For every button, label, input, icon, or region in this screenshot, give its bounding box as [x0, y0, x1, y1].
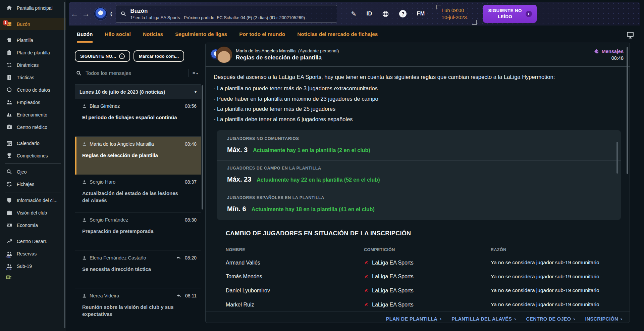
tab[interactable]: Buzón	[77, 31, 93, 39]
sidebar-item[interactable]: Plantilla	[0, 34, 66, 46]
laliga-logo	[364, 274, 369, 279]
sidebar-items: Pantalla principal 1 Buzón	[0, 2, 66, 272]
sidebar-divider	[5, 32, 61, 32]
sidebar-item[interactable]: Centro médico	[0, 121, 66, 133]
sidebar-item[interactable]: Dinámicas	[0, 59, 66, 71]
sidebar-item-label: Plan de plantilla	[17, 50, 50, 55]
message-list-item[interactable]: Nerea Videira 08:11 Reunión sobre la vis…	[75, 288, 201, 326]
column-header[interactable]: NOMBRE	[226, 246, 364, 253]
divider	[188, 69, 189, 77]
message-time: 08:20	[185, 255, 197, 261]
sidebar-item[interactable]: Ojeo	[0, 166, 66, 178]
message-sender: Elena Fernández Castaño	[90, 255, 173, 261]
date-group-header[interactable]: Lunes 10 de julio de 2023 (8 noticias) ▾	[75, 85, 201, 99]
message-list-item[interactable]: Blas Giménez 08:56 El periodo de fichaje…	[75, 99, 201, 137]
message-time: 08:48	[185, 141, 197, 147]
sender-name[interactable]: Maria de los Angeles Mansilla	[236, 48, 296, 53]
footer-link[interactable]: PLANTILLA DEL ALAVÉS›	[451, 316, 516, 322]
sidebar-item[interactable]: Tácticas	[0, 71, 66, 84]
manager-id-button[interactable]: ID	[366, 11, 372, 17]
message-search-input[interactable]: Todos los mensajes	[86, 70, 184, 76]
sidebar-item[interactable]: Calendario	[0, 137, 66, 149]
player-name[interactable]: Markel Ruiz	[226, 300, 364, 309]
message-list-item[interactable]: Maria de los Angeles Mansilla 08:48 Regl…	[75, 137, 201, 175]
sidebar-item-label: Reservas	[17, 251, 37, 256]
footer-link[interactable]: INSCRIPCIÓN›	[585, 316, 622, 322]
sender-avatar[interactable]	[216, 46, 232, 63]
tab[interactable]: Noticias	[143, 31, 163, 39]
chevron-right-icon: ›	[621, 316, 622, 322]
mark-all-read-button[interactable]: Marcar todo com...	[133, 50, 184, 62]
help-icon[interactable]: ?	[399, 10, 407, 17]
sidebar-scrollbar[interactable]	[64, 2, 65, 328]
sidebar-item[interactable]: S-19 Sub-19	[0, 260, 66, 272]
competition-name[interactable]: LaLiga EA Sports	[372, 258, 414, 267]
globe-icon[interactable]	[382, 10, 389, 17]
competition-link[interactable]: LaLiga Hypermotion	[504, 74, 553, 80]
card-scrollbar[interactable]	[616, 142, 618, 174]
global-search-box[interactable]: Buzón 1º en la LaLiga EA Sports - Próxim…	[116, 5, 337, 22]
table-row[interactable]: Daniel Lyubomirov LaLiga EA Sports Ya no…	[226, 284, 622, 298]
tab[interactable]: Noticias del mercado de fichajes	[297, 31, 378, 39]
screen-selector-chevrons[interactable]: ▴▾	[110, 11, 112, 17]
footer-link[interactable]: PLAN DE PLANTILLA›	[386, 316, 441, 322]
medical-icon	[6, 124, 12, 130]
sidebar-item[interactable]: Competiciones	[0, 149, 66, 162]
search-icon	[121, 11, 126, 16]
forward-arrow-icon[interactable]: →	[80, 9, 92, 18]
sidebar-item[interactable]: Pantalla principal	[0, 2, 66, 14]
sidebar-item[interactable]: Visión del club	[0, 206, 66, 219]
tab[interactable]: Por todo el mundo	[239, 31, 285, 39]
briefcase-icon	[6, 210, 12, 216]
sidebar-item[interactable]: Plan de plantilla	[0, 46, 66, 59]
fm-logo[interactable]: FM	[417, 11, 425, 17]
sidebar-item[interactable]: Información del cl...	[0, 194, 66, 206]
edit-pencil-icon[interactable]: ✎	[351, 10, 357, 18]
sidebar-item[interactable]: Economía	[0, 219, 66, 231]
rule-bullet: - Puede haber en la plantilla un máximo …	[214, 94, 622, 103]
competition-name[interactable]: LaLiga EA Sports	[372, 286, 414, 295]
competition-name[interactable]: LaLiga EA Sports	[372, 272, 414, 281]
tab[interactable]: Seguimiento de ligas	[175, 31, 227, 39]
player-name[interactable]: Tomás Mendes	[226, 272, 364, 281]
message-time: 08:11	[185, 293, 197, 298]
player-name[interactable]: Daniel Lyubomirov	[226, 286, 364, 295]
column-header[interactable]: COMPETICIÓN	[364, 246, 491, 253]
column-header[interactable]: RAZÓN	[491, 246, 622, 253]
next-unread-button[interactable]: SIGUIENTE NO... ›	[75, 50, 130, 62]
tag-icon	[594, 49, 599, 54]
continue-next-unread-button[interactable]: SIGUIENTE NO LEÍDO ›	[483, 5, 537, 23]
table-row[interactable]: Markel Ruiz LaLiga EA Sports Ya no se co…	[226, 298, 622, 312]
message-list-item[interactable]: Elena Fernández Castaño 08:20 Se necesit…	[75, 250, 201, 288]
plug-icon[interactable]	[6, 275, 66, 280]
table-row[interactable]: Armand Vallés LaLiga EA Sports Ya no se …	[226, 256, 622, 270]
registration-reason: Ya no se considera jugador sub-19 comuni…	[491, 286, 622, 295]
tab[interactable]: Hilo social	[105, 31, 131, 39]
club-crest[interactable]	[94, 7, 107, 20]
competition-link[interactable]: LaLiga EA Sports	[279, 74, 322, 80]
sidebar-item[interactable]: Fichajes	[0, 178, 66, 190]
sidebar-item[interactable]: Centro de datos	[0, 84, 66, 96]
message-list-item[interactable]: Sergio Fernández 08:30 Preparación de pr…	[75, 212, 201, 250]
sidebar-item[interactable]: Centro Desarr.	[0, 235, 66, 247]
message-category[interactable]: Mensajes	[594, 49, 624, 54]
sidebar-item-label: Centro de datos	[17, 87, 50, 93]
competition-name[interactable]: LaLiga EA Sports	[372, 300, 414, 309]
back-arrow-icon[interactable]: ←	[69, 9, 80, 18]
person-icon	[82, 294, 87, 298]
message-list-item[interactable]: Sergio Haro 08:37 Actualización del esta…	[75, 175, 201, 212]
filter-icon[interactable]: ≡▾	[193, 70, 200, 76]
list-scrollbar[interactable]	[202, 85, 203, 209]
squad-rule: JUGADORES ESPAÑOLES EN LA PLANTILLA Mín.…	[217, 190, 621, 219]
monitor-icon[interactable]	[627, 32, 634, 39]
sidebar-item[interactable]: Empleados	[0, 96, 66, 108]
sidebar-item[interactable]: Entrenamiento	[0, 108, 66, 121]
panel-scrollbar[interactable]	[627, 47, 628, 174]
footer-link[interactable]: CENTRO DE OJEO›	[526, 316, 575, 322]
table-row[interactable]: Tomás Mendes LaLiga EA Sports Ya no se c…	[226, 270, 622, 284]
game-date[interactable]: Lun 09:00 10-jul-2023	[436, 5, 472, 23]
sidebar-item[interactable]: Res Reservas	[0, 247, 66, 260]
sidebar-item[interactable]: 1 Buzón	[0, 18, 66, 30]
player-name[interactable]: Armand Vallés	[226, 258, 364, 267]
reply-icon	[176, 255, 181, 261]
